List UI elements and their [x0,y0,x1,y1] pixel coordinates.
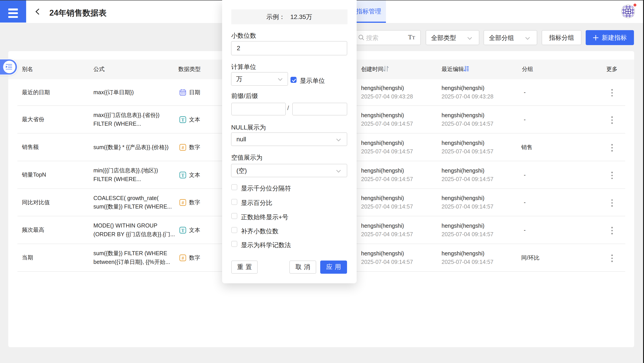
svg-text:#: # [182,145,184,150]
svg-text:#: # [182,255,184,261]
svg-text:T: T [181,172,184,178]
svg-text:T: T [181,228,184,233]
svg-text:#: # [182,200,184,205]
svg-text:T: T [181,117,184,123]
